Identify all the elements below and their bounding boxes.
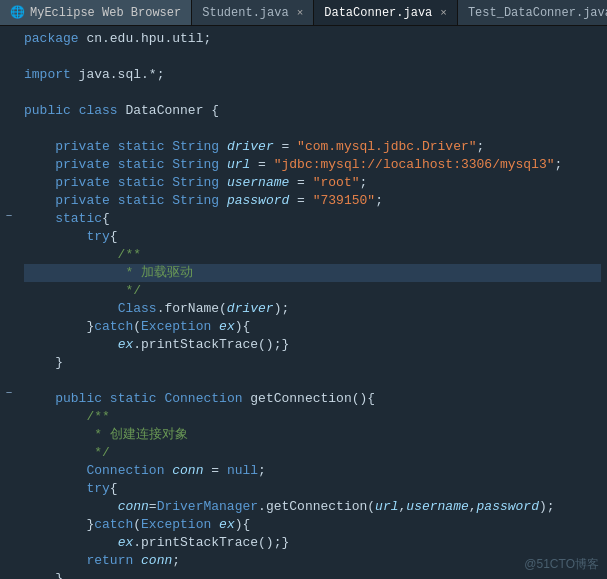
gutter-item xyxy=(0,455,18,473)
code-line: package cn.edu.hpu.util; xyxy=(24,30,601,48)
code-line: */ xyxy=(24,282,601,300)
gutter-item xyxy=(0,419,18,437)
tab-browser-label: MyEclipse Web Browser xyxy=(30,6,181,20)
gutter-item xyxy=(0,490,18,508)
code-line: private static String url = "jdbc:mysql:… xyxy=(24,156,601,174)
tab-dataconner-label: DataConner.java xyxy=(324,6,432,20)
gutter-item xyxy=(0,366,18,384)
gutter-item xyxy=(0,119,18,137)
code-line: public class DataConner { xyxy=(24,102,601,120)
gutter-item xyxy=(0,437,18,455)
code-gutter: −− xyxy=(0,26,18,579)
tab-student-label: Student.java xyxy=(202,6,288,20)
code-line: Connection conn = null; xyxy=(24,462,601,480)
gutter-item xyxy=(0,331,18,349)
tab-student[interactable]: Student.java × xyxy=(192,0,314,25)
gutter-item xyxy=(0,65,18,83)
code-line: * 加载驱动 xyxy=(24,264,601,282)
code-line: import java.sql.*; xyxy=(24,66,601,84)
code-line: return conn; xyxy=(24,552,601,570)
gutter-item xyxy=(0,296,18,314)
code-line xyxy=(24,84,601,102)
gutter-item xyxy=(0,172,18,190)
gutter-item xyxy=(0,189,18,207)
gutter-item xyxy=(0,242,18,260)
code-line: } xyxy=(24,354,601,372)
code-line: ex.printStackTrace();} xyxy=(24,336,601,354)
code-line: }catch(Exception ex){ xyxy=(24,516,601,534)
code-line: /** xyxy=(24,408,601,426)
gutter-item xyxy=(0,508,18,526)
code-area: −− package cn.edu.hpu.util;import java.s… xyxy=(0,26,607,579)
code-line xyxy=(24,48,601,66)
gutter-item xyxy=(0,561,18,579)
code-line xyxy=(24,372,601,390)
code-line: try{ xyxy=(24,228,601,246)
code-line: } xyxy=(24,570,601,579)
code-line: conn=DriverManager.getConnection(url,use… xyxy=(24,498,601,516)
code-line: private static String password = "739150… xyxy=(24,192,601,210)
code-line: private static String username = "root"; xyxy=(24,174,601,192)
gutter-item xyxy=(0,313,18,331)
tab-dataconner[interactable]: DataConner.java × xyxy=(314,0,458,25)
tab-test-label: Test_DataConner.java xyxy=(468,6,607,20)
gutter-item xyxy=(0,526,18,544)
browser-icon: 🌐 xyxy=(10,5,25,20)
gutter-item xyxy=(0,543,18,561)
watermark: @51CTO博客 xyxy=(524,556,599,573)
tab-browser[interactable]: 🌐 MyEclipse Web Browser xyxy=(0,0,192,25)
code-line: try{ xyxy=(24,480,601,498)
tab-test[interactable]: Test_DataConner.java xyxy=(458,0,607,25)
gutter-item xyxy=(0,83,18,101)
gutter-item xyxy=(0,154,18,172)
tab-bar: 🌐 MyEclipse Web Browser Student.java × D… xyxy=(0,0,607,26)
gutter-item xyxy=(0,48,18,66)
code-line: ex.printStackTrace();} xyxy=(24,534,601,552)
code-line: private static String driver = "com.mysq… xyxy=(24,138,601,156)
code-line: */ xyxy=(24,444,601,462)
code-line: /** xyxy=(24,246,601,264)
gutter-item xyxy=(0,349,18,367)
gutter-item xyxy=(0,260,18,278)
code-content[interactable]: package cn.edu.hpu.util;import java.sql.… xyxy=(18,26,607,579)
code-line: public static Connection getConnection()… xyxy=(24,390,601,408)
gutter-item xyxy=(0,225,18,243)
tab-dataconner-close[interactable]: × xyxy=(440,7,447,19)
gutter-item xyxy=(0,402,18,420)
gutter-item xyxy=(0,30,18,48)
gutter-item[interactable]: − xyxy=(0,207,18,225)
gutter-item xyxy=(0,473,18,491)
code-line: static{ xyxy=(24,210,601,228)
code-line: Class.forName(driver); xyxy=(24,300,601,318)
code-line xyxy=(24,120,601,138)
code-line: }catch(Exception ex){ xyxy=(24,318,601,336)
gutter-item xyxy=(0,278,18,296)
gutter-item[interactable]: − xyxy=(0,384,18,402)
code-line: * 创建连接对象 xyxy=(24,426,601,444)
gutter-item xyxy=(0,136,18,154)
gutter-item xyxy=(0,101,18,119)
tab-student-close[interactable]: × xyxy=(297,7,304,19)
